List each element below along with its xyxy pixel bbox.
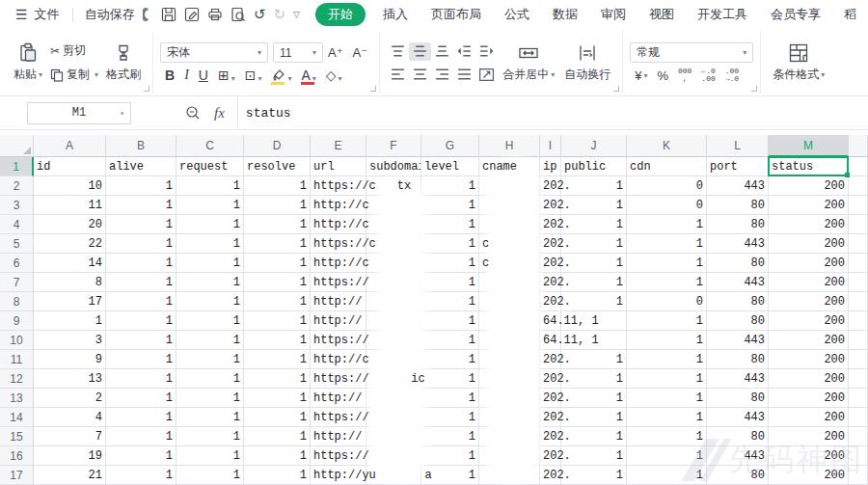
cell[interactable]: 80 xyxy=(707,311,769,331)
cell[interactable]: 1 xyxy=(561,408,627,427)
cell[interactable]: 1 xyxy=(176,369,244,389)
dropdown-caret-icon[interactable]: ▾ xyxy=(95,70,98,79)
hamburger-menu-icon[interactable]: ☰ xyxy=(15,7,28,22)
cell-name-box[interactable]: M1 ▾ xyxy=(27,102,131,124)
cell[interactable]: https:// xyxy=(311,408,366,427)
cell[interactable]: 1 xyxy=(106,292,176,311)
print-icon[interactable] xyxy=(207,7,223,23)
cell[interactable]: 443 xyxy=(707,273,769,292)
cell[interactable]: 1 xyxy=(106,466,176,485)
cell[interactable]: 1 xyxy=(106,176,176,196)
merge-center-button[interactable]: 合并居中▾ xyxy=(498,42,559,83)
cell[interactable]: 1 xyxy=(561,176,627,196)
row-header[interactable]: 16 xyxy=(0,446,34,466)
cell[interactable] xyxy=(849,215,868,234)
select-all-corner[interactable] xyxy=(0,135,34,157)
cell[interactable]: https:// xyxy=(311,446,366,466)
column-header[interactable]: J xyxy=(561,135,627,157)
group-expander-icon[interactable] xyxy=(370,86,376,92)
cell[interactable]: https://c xyxy=(311,176,366,196)
cell[interactable]: 1 xyxy=(106,215,176,234)
save-as-icon[interactable] xyxy=(184,7,200,23)
cell[interactable]: 1 xyxy=(176,331,244,350)
dropdown-caret-icon[interactable]: ▾ xyxy=(120,109,124,118)
cell[interactable]: 1 xyxy=(244,350,311,369)
group-expander-icon[interactable] xyxy=(144,86,149,92)
cell[interactable]: 1 xyxy=(561,427,627,446)
column-header[interactable]: L xyxy=(707,135,769,157)
cell[interactable]: 200 xyxy=(769,369,849,389)
italic-button[interactable]: I xyxy=(184,67,189,83)
column-header[interactable]: H xyxy=(479,135,540,157)
cell[interactable]: id xyxy=(34,157,106,176)
cell[interactable]: 200 xyxy=(769,196,849,215)
cell[interactable]: 1 xyxy=(244,427,311,446)
cell[interactable]: 1 xyxy=(106,369,176,389)
cell[interactable]: cdn xyxy=(627,157,707,176)
cell[interactable]: 1 xyxy=(421,446,479,466)
cell[interactable]: 1 xyxy=(627,273,707,292)
cell[interactable]: 7 xyxy=(34,427,106,446)
cell[interactable] xyxy=(849,254,868,273)
cell[interactable]: 1 xyxy=(627,427,707,446)
cell[interactable] xyxy=(849,311,868,331)
cell[interactable] xyxy=(849,196,868,215)
cell[interactable]: 1 xyxy=(244,196,311,215)
cell[interactable]: 13 xyxy=(34,369,106,389)
paste-button[interactable]: 粘贴▾ xyxy=(9,42,47,83)
cell[interactable]: 1 xyxy=(176,215,244,234)
row-header[interactable]: 14 xyxy=(0,408,34,427)
cell[interactable]: 202. xyxy=(540,254,561,273)
cell[interactable] xyxy=(849,273,868,292)
cell[interactable]: http://c xyxy=(311,350,366,369)
row-header[interactable]: 12 xyxy=(0,369,34,389)
cell[interactable]: 64.11, 1 xyxy=(540,331,561,350)
cell[interactable]: 1 xyxy=(421,408,479,427)
align-middle-button[interactable] xyxy=(409,42,431,61)
column-header[interactable]: A xyxy=(34,135,106,157)
cell[interactable] xyxy=(849,292,868,311)
cell[interactable]: 80 xyxy=(707,350,769,369)
cell[interactable] xyxy=(849,427,868,446)
cell[interactable]: 1 xyxy=(627,466,707,485)
underline-button[interactable]: U xyxy=(199,67,208,83)
cell[interactable]: 200 xyxy=(769,311,849,331)
font-color-button[interactable]: A▾ xyxy=(301,67,315,83)
fill-color-button[interactable]: ▾ xyxy=(271,68,291,83)
row-header[interactable]: 4 xyxy=(0,215,34,234)
align-top-button[interactable] xyxy=(387,42,409,61)
cell[interactable]: 1 xyxy=(106,254,176,273)
cell[interactable]: 1 xyxy=(106,408,176,427)
cell[interactable]: status xyxy=(769,157,849,176)
menu-tab[interactable]: 页面布局 xyxy=(431,6,481,23)
cell[interactable]: 1 xyxy=(421,427,479,446)
cell[interactable]: 200 xyxy=(769,176,849,196)
cell[interactable] xyxy=(849,466,868,485)
cell[interactable]: http:// xyxy=(311,389,366,408)
cell[interactable]: resolve xyxy=(244,157,311,176)
cell[interactable]: 202. xyxy=(540,176,561,196)
cell[interactable]: 1 xyxy=(627,254,707,273)
cell[interactable]: 1 xyxy=(421,311,479,331)
row-header[interactable]: 17 xyxy=(0,466,34,485)
cell[interactable] xyxy=(849,176,868,196)
cell[interactable]: 80 xyxy=(707,292,769,311)
cell[interactable]: 1 xyxy=(106,427,176,446)
percent-button[interactable]: % xyxy=(657,68,668,83)
align-right-button[interactable] xyxy=(431,66,453,84)
cell[interactable]: 8 xyxy=(34,273,106,292)
cell[interactable]: 1 xyxy=(627,408,707,427)
cell[interactable]: 443 xyxy=(707,176,769,196)
cell[interactable]: 1 xyxy=(176,292,244,311)
cell[interactable]: 202. xyxy=(540,273,561,292)
cell[interactable]: 1 xyxy=(561,350,627,369)
cell[interactable]: 200 xyxy=(769,466,849,485)
cell[interactable]: 200 xyxy=(769,254,849,273)
cell[interactable]: https:// xyxy=(311,331,366,350)
cell[interactable]: 202. xyxy=(540,427,561,446)
cell[interactable]: 202. xyxy=(540,389,561,408)
toolbar-options-chevron-icon[interactable]: ▽ xyxy=(293,10,300,19)
group-expander-icon[interactable] xyxy=(613,86,619,92)
cell[interactable]: 4 xyxy=(34,408,106,427)
column-header[interactable]: D xyxy=(244,135,311,157)
